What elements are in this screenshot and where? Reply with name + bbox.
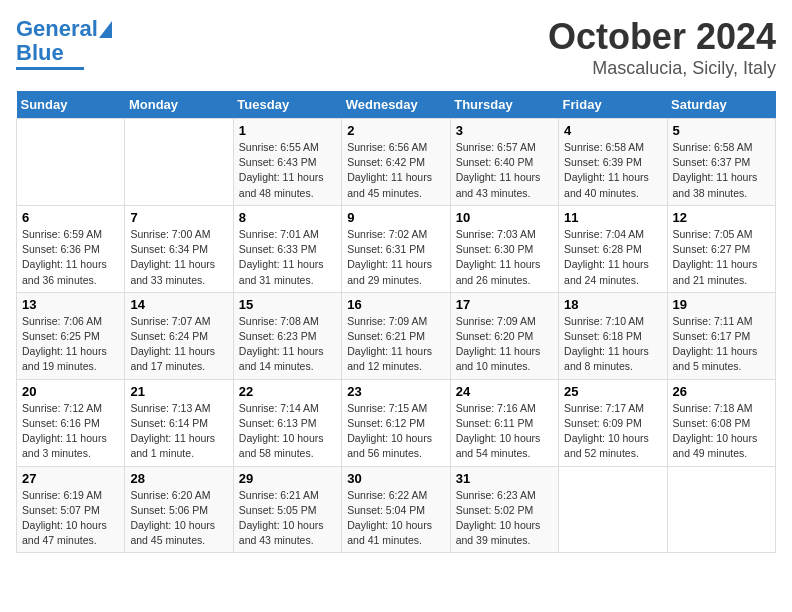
day-number: 9 [347,210,444,225]
day-detail: Sunrise: 6:55 AMSunset: 6:43 PMDaylight:… [239,140,336,201]
calendar-cell: 31Sunrise: 6:23 AMSunset: 5:02 PMDayligh… [450,466,558,553]
day-number: 18 [564,297,661,312]
calendar-week-row: 1Sunrise: 6:55 AMSunset: 6:43 PMDaylight… [17,119,776,206]
day-number: 24 [456,384,553,399]
calendar-cell [17,119,125,206]
day-detail: Sunrise: 7:10 AMSunset: 6:18 PMDaylight:… [564,314,661,375]
day-number: 14 [130,297,227,312]
calendar-title: October 2024 [548,16,776,58]
calendar-cell: 13Sunrise: 7:06 AMSunset: 6:25 PMDayligh… [17,292,125,379]
day-number: 22 [239,384,336,399]
day-number: 1 [239,123,336,138]
day-detail: Sunrise: 6:57 AMSunset: 6:40 PMDaylight:… [456,140,553,201]
day-detail: Sunrise: 7:02 AMSunset: 6:31 PMDaylight:… [347,227,444,288]
logo-blue-text: Blue [16,40,64,66]
header-day-monday: Monday [125,91,233,119]
day-detail: Sunrise: 6:19 AMSunset: 5:07 PMDaylight:… [22,488,119,549]
day-number: 19 [673,297,770,312]
day-detail: Sunrise: 6:21 AMSunset: 5:05 PMDaylight:… [239,488,336,549]
header-day-friday: Friday [559,91,667,119]
day-detail: Sunrise: 7:18 AMSunset: 6:08 PMDaylight:… [673,401,770,462]
day-detail: Sunrise: 6:59 AMSunset: 6:36 PMDaylight:… [22,227,119,288]
calendar-cell: 21Sunrise: 7:13 AMSunset: 6:14 PMDayligh… [125,379,233,466]
header-day-thursday: Thursday [450,91,558,119]
calendar-cell: 28Sunrise: 6:20 AMSunset: 5:06 PMDayligh… [125,466,233,553]
calendar-cell [559,466,667,553]
calendar-cell: 30Sunrise: 6:22 AMSunset: 5:04 PMDayligh… [342,466,450,553]
calendar-cell: 22Sunrise: 7:14 AMSunset: 6:13 PMDayligh… [233,379,341,466]
day-number: 13 [22,297,119,312]
calendar-cell: 2Sunrise: 6:56 AMSunset: 6:42 PMDaylight… [342,119,450,206]
calendar-cell: 29Sunrise: 6:21 AMSunset: 5:05 PMDayligh… [233,466,341,553]
day-detail: Sunrise: 7:14 AMSunset: 6:13 PMDaylight:… [239,401,336,462]
calendar-cell: 23Sunrise: 7:15 AMSunset: 6:12 PMDayligh… [342,379,450,466]
day-number: 3 [456,123,553,138]
calendar-cell: 27Sunrise: 6:19 AMSunset: 5:07 PMDayligh… [17,466,125,553]
calendar-cell: 9Sunrise: 7:02 AMSunset: 6:31 PMDaylight… [342,205,450,292]
header-day-saturday: Saturday [667,91,775,119]
day-number: 8 [239,210,336,225]
logo-underline [16,67,84,70]
day-number: 29 [239,471,336,486]
calendar-cell: 1Sunrise: 6:55 AMSunset: 6:43 PMDaylight… [233,119,341,206]
day-number: 28 [130,471,227,486]
day-detail: Sunrise: 7:05 AMSunset: 6:27 PMDaylight:… [673,227,770,288]
day-detail: Sunrise: 7:08 AMSunset: 6:23 PMDaylight:… [239,314,336,375]
day-detail: Sunrise: 7:11 AMSunset: 6:17 PMDaylight:… [673,314,770,375]
calendar-cell: 18Sunrise: 7:10 AMSunset: 6:18 PMDayligh… [559,292,667,379]
calendar-cell: 7Sunrise: 7:00 AMSunset: 6:34 PMDaylight… [125,205,233,292]
day-detail: Sunrise: 6:23 AMSunset: 5:02 PMDaylight:… [456,488,553,549]
calendar-header-row: SundayMondayTuesdayWednesdayThursdayFrid… [17,91,776,119]
calendar-cell [125,119,233,206]
day-detail: Sunrise: 6:20 AMSunset: 5:06 PMDaylight:… [130,488,227,549]
day-number: 4 [564,123,661,138]
day-detail: Sunrise: 7:16 AMSunset: 6:11 PMDaylight:… [456,401,553,462]
day-number: 21 [130,384,227,399]
logo-triangle-icon [99,21,112,38]
day-detail: Sunrise: 7:12 AMSunset: 6:16 PMDaylight:… [22,401,119,462]
calendar-week-row: 27Sunrise: 6:19 AMSunset: 5:07 PMDayligh… [17,466,776,553]
calendar-cell: 12Sunrise: 7:05 AMSunset: 6:27 PMDayligh… [667,205,775,292]
day-number: 10 [456,210,553,225]
day-detail: Sunrise: 7:09 AMSunset: 6:20 PMDaylight:… [456,314,553,375]
calendar-cell: 8Sunrise: 7:01 AMSunset: 6:33 PMDaylight… [233,205,341,292]
calendar-cell: 19Sunrise: 7:11 AMSunset: 6:17 PMDayligh… [667,292,775,379]
calendar-cell: 24Sunrise: 7:16 AMSunset: 6:11 PMDayligh… [450,379,558,466]
day-number: 17 [456,297,553,312]
day-number: 27 [22,471,119,486]
calendar-cell: 26Sunrise: 7:18 AMSunset: 6:08 PMDayligh… [667,379,775,466]
calendar-cell: 14Sunrise: 7:07 AMSunset: 6:24 PMDayligh… [125,292,233,379]
day-number: 25 [564,384,661,399]
day-detail: Sunrise: 6:22 AMSunset: 5:04 PMDaylight:… [347,488,444,549]
calendar-cell: 5Sunrise: 6:58 AMSunset: 6:37 PMDaylight… [667,119,775,206]
day-number: 15 [239,297,336,312]
logo-text: General [16,16,98,42]
day-detail: Sunrise: 6:58 AMSunset: 6:37 PMDaylight:… [673,140,770,201]
calendar-table: SundayMondayTuesdayWednesdayThursdayFrid… [16,91,776,553]
day-number: 26 [673,384,770,399]
day-number: 16 [347,297,444,312]
day-detail: Sunrise: 7:09 AMSunset: 6:21 PMDaylight:… [347,314,444,375]
calendar-week-row: 6Sunrise: 6:59 AMSunset: 6:36 PMDaylight… [17,205,776,292]
calendar-cell: 25Sunrise: 7:17 AMSunset: 6:09 PMDayligh… [559,379,667,466]
calendar-cell: 3Sunrise: 6:57 AMSunset: 6:40 PMDaylight… [450,119,558,206]
day-number: 30 [347,471,444,486]
day-detail: Sunrise: 7:17 AMSunset: 6:09 PMDaylight:… [564,401,661,462]
calendar-week-row: 13Sunrise: 7:06 AMSunset: 6:25 PMDayligh… [17,292,776,379]
day-detail: Sunrise: 7:01 AMSunset: 6:33 PMDaylight:… [239,227,336,288]
day-detail: Sunrise: 7:15 AMSunset: 6:12 PMDaylight:… [347,401,444,462]
day-number: 12 [673,210,770,225]
day-number: 2 [347,123,444,138]
calendar-cell: 6Sunrise: 6:59 AMSunset: 6:36 PMDaylight… [17,205,125,292]
calendar-cell: 11Sunrise: 7:04 AMSunset: 6:28 PMDayligh… [559,205,667,292]
day-number: 7 [130,210,227,225]
calendar-title-block: October 2024 Mascalucia, Sicily, Italy [548,16,776,79]
header-day-sunday: Sunday [17,91,125,119]
day-number: 6 [22,210,119,225]
header-day-wednesday: Wednesday [342,91,450,119]
day-detail: Sunrise: 6:58 AMSunset: 6:39 PMDaylight:… [564,140,661,201]
day-number: 5 [673,123,770,138]
page-header: General Blue October 2024 Mascalucia, Si… [16,16,776,79]
header-day-tuesday: Tuesday [233,91,341,119]
logo: General Blue [16,16,112,70]
